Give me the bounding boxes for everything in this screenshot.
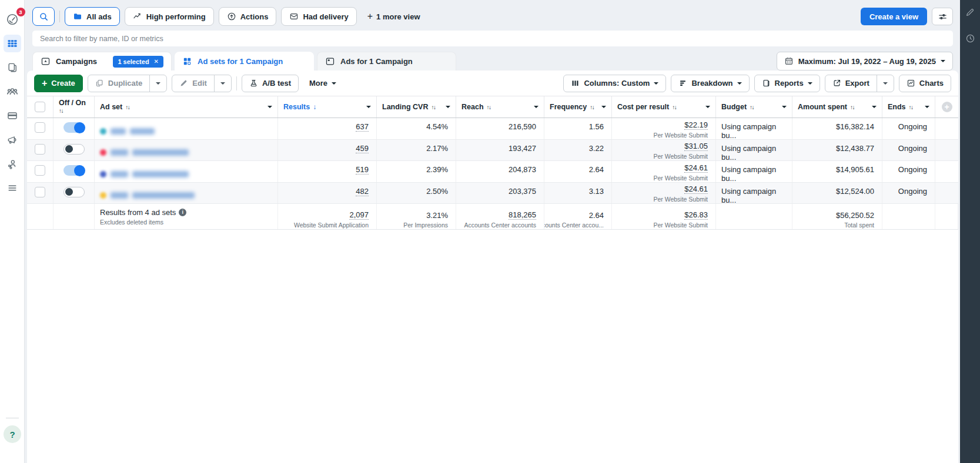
tab-campaigns[interactable]: Campaigns 1 selected ✕ (32, 52, 172, 71)
column-header-budget[interactable]: Budget ↑↓ (716, 96, 792, 118)
chevron-down-icon (782, 106, 787, 108)
column-header-reach[interactable]: Reach ↑↓ (456, 96, 544, 118)
ad-set-name-redacted[interactable] (95, 118, 278, 139)
summary-landing-cvr: 3.21% (426, 212, 448, 220)
edit-panel-button[interactable] (964, 6, 976, 19)
ad-set-name-redacted[interactable] (95, 161, 278, 182)
edit-dropdown-button[interactable] (214, 75, 231, 92)
sidebar-item-pages[interactable] (4, 59, 21, 76)
ad-set-name-redacted[interactable] (95, 140, 278, 161)
flask-icon (249, 79, 258, 88)
column-header-frequency[interactable]: Frequency ↑↓ (544, 96, 612, 118)
report-book-icon (762, 79, 771, 88)
right-utility-rail (960, 0, 980, 463)
view-pill-high-performing[interactable]: High performing (125, 7, 214, 26)
cell-cost-per-result[interactable]: $31.05 (684, 142, 708, 151)
ad-set-toggle[interactable] (63, 122, 85, 133)
view-settings-button[interactable] (932, 8, 953, 25)
column-header-cost-per-result[interactable]: Cost per result ↑↓ (612, 96, 716, 118)
reports-button[interactable]: Reports (754, 75, 820, 92)
help-button[interactable]: ? (4, 425, 21, 443)
create-button[interactable]: + Create (34, 75, 83, 92)
column-header-off-on[interactable]: Off / On ↑↓ (53, 96, 95, 118)
envelope-icon (289, 12, 299, 21)
cell-results[interactable]: 482 (356, 187, 369, 196)
column-header-ends[interactable]: Ends ↑↓ (882, 96, 935, 118)
cell-budget: Using campaign bu... (721, 165, 787, 182)
account-gauge-icon (6, 13, 19, 26)
tab-ad-sets[interactable]: Ad sets for 1 Campaign (175, 52, 314, 71)
export-icon (832, 79, 841, 88)
ad-set-name-redacted[interactable] (95, 183, 278, 204)
summary-results[interactable]: 2,097 (349, 211, 369, 220)
sidebar-item-campaigns[interactable] (4, 35, 21, 52)
sidebar-item-audiences[interactable] (4, 83, 21, 100)
sidebar-item-advertise[interactable] (4, 131, 21, 149)
ad-set-toggle[interactable] (63, 187, 85, 197)
chevron-down-icon (808, 82, 812, 85)
copy-icon (95, 79, 104, 88)
date-range-picker[interactable]: Maximum: Jul 19, 2022 – Aug 19, 2025 (777, 52, 953, 71)
credit-card-icon (6, 110, 18, 122)
view-pill-all-ads[interactable]: All ads (65, 7, 120, 26)
info-icon[interactable]: i (179, 209, 186, 216)
export-dropdown-button[interactable] (877, 75, 894, 92)
view-pill-had-delivery[interactable]: Had delivery (281, 7, 356, 26)
summary-cost-per-result[interactable]: $26.83 (684, 211, 708, 220)
columns-button[interactable]: Columns: Custom (563, 75, 666, 92)
ab-test-button[interactable]: A/B test (242, 75, 299, 92)
duplicate-button[interactable]: Duplicate (88, 75, 150, 92)
cell-cost-per-result[interactable]: $24.61 (684, 185, 708, 194)
cell-results[interactable]: 519 (356, 165, 369, 175)
cell-frequency: 2.64 (589, 165, 604, 174)
add-column-button[interactable]: + (942, 102, 952, 112)
close-icon[interactable]: ✕ (154, 58, 159, 65)
sidebar-item-billing[interactable] (4, 107, 21, 125)
column-header-landing-cvr[interactable]: Landing CVR ↑↓ (377, 96, 456, 118)
selected-filter-badge[interactable]: 1 selected ✕ (113, 56, 163, 68)
chevron-down-icon (446, 106, 450, 108)
create-a-view-button[interactable]: Create a view (861, 8, 927, 25)
sidebar-item-business-assets[interactable] (4, 155, 21, 173)
actions-toolbar: + Create Duplicate Edit (27, 71, 958, 96)
level-tabs: Campaigns 1 selected ✕ Ad sets for 1 Cam… (32, 52, 456, 71)
export-button[interactable]: Export (825, 75, 877, 92)
cell-results[interactable]: 459 (356, 144, 369, 153)
sidebar-item-all-tools[interactable] (4, 179, 21, 197)
edit-button[interactable]: Edit (172, 75, 214, 92)
summary-reach[interactable]: 818,265 (509, 211, 536, 220)
sort-arrows-icon: ↑↓ (59, 107, 86, 115)
charts-button[interactable]: Charts (899, 75, 951, 92)
column-header-amount-spent[interactable]: Amount spent ↑↓ (792, 96, 882, 118)
row-checkbox[interactable] (35, 165, 45, 176)
row-checkbox[interactable] (35, 187, 45, 197)
clock-icon (965, 33, 975, 43)
ad-set-color-dot (100, 128, 106, 135)
view-pill-actions[interactable]: Actions (219, 7, 277, 26)
cell-results[interactable]: 637 (356, 122, 369, 132)
duplicate-dropdown-button[interactable] (149, 75, 166, 92)
cell-cost-per-result[interactable]: $22.19 (684, 121, 708, 130)
sidebar-item-account-overview[interactable]: 3 (4, 11, 21, 28)
tab-ads[interactable]: Ads for 1 Campaign (317, 52, 456, 71)
select-all-checkbox[interactable] (35, 102, 45, 112)
breakdown-button[interactable]: Breakdown (671, 75, 749, 92)
summary-amount-spent: $56,250.52 (836, 212, 874, 220)
column-header-results[interactable]: Results ↓ (278, 96, 377, 118)
sort-down-icon: ↓ (313, 103, 316, 111)
more-views-button[interactable]: + 1 more view (362, 7, 426, 26)
ad-set-toggle[interactable] (63, 144, 85, 155)
cell-cost-label: Per Website Submit (653, 174, 708, 182)
ad-set-toggle[interactable] (63, 165, 85, 176)
cell-cost-per-result[interactable]: $24.61 (684, 164, 708, 173)
chevron-down-icon (705, 106, 710, 108)
search-button[interactable] (32, 7, 55, 26)
more-button[interactable]: More (303, 75, 342, 92)
recent-activity-button[interactable] (964, 32, 976, 45)
search-input[interactable] (32, 31, 953, 46)
row-checkbox[interactable] (35, 144, 45, 155)
row-checkbox[interactable] (35, 122, 45, 133)
column-header-ad-set[interactable]: Ad set ↑↓ (95, 96, 278, 118)
calendar-icon (784, 56, 794, 66)
divider (236, 76, 237, 90)
